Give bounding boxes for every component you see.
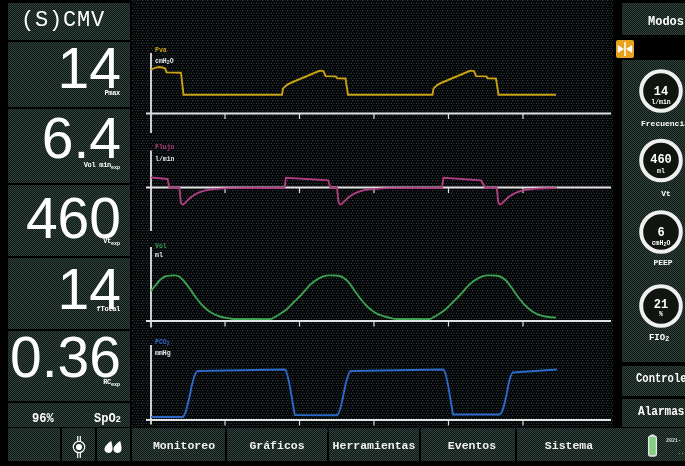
- svg-text:14: 14: [654, 85, 668, 99]
- svg-text:Vol: Vol: [155, 243, 167, 250]
- svg-text:460: 460: [650, 153, 672, 167]
- svg-text:l/min: l/min: [155, 156, 175, 163]
- svg-text:cmH2O: cmH2O: [652, 240, 671, 248]
- svg-text:21: 21: [654, 298, 668, 312]
- svg-text:cmH2O: cmH2O: [155, 58, 174, 66]
- svg-text:ml: ml: [155, 252, 163, 259]
- svg-text:...: ...: [678, 450, 685, 456]
- svg-text:PCO2: PCO2: [155, 339, 170, 347]
- svg-text:l/min: l/min: [651, 99, 671, 106]
- svg-text:%: %: [659, 311, 663, 318]
- svg-text:ml: ml: [657, 168, 665, 175]
- svg-text:PEEP: PEEP: [653, 258, 672, 267]
- svg-text:Flujo: Flujo: [155, 144, 175, 151]
- svg-text:Vt: Vt: [661, 189, 671, 198]
- svg-text:2021-: 2021-: [666, 438, 681, 444]
- svg-text:FIO2: FIO2: [649, 333, 669, 343]
- svg-text:mmHg: mmHg: [155, 350, 171, 357]
- svg-text:Frecuencia: Frecuencia: [641, 119, 685, 128]
- svg-text:6: 6: [657, 226, 664, 240]
- svg-text:Pva: Pva: [155, 47, 167, 54]
